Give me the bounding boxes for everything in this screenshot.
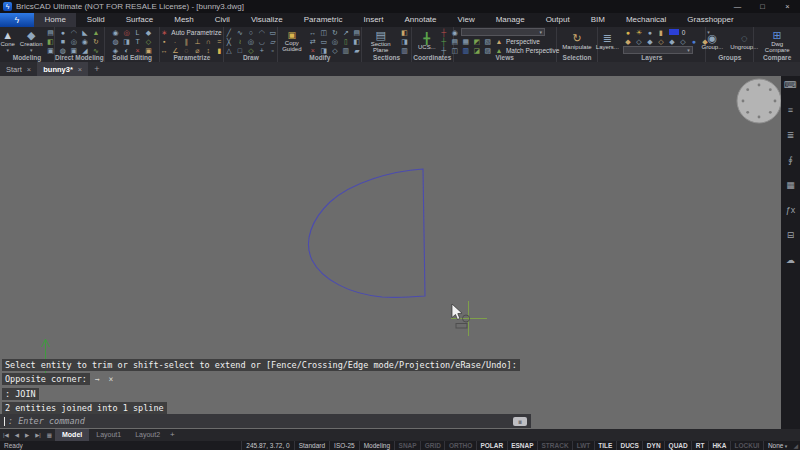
tab-bunny3[interactable]: bunny3*× bbox=[37, 62, 88, 76]
status-toggle[interactable]: RT bbox=[691, 441, 708, 450]
fillet-mod-icon[interactable]: ◧ bbox=[352, 37, 362, 46]
box-icon[interactable]: ■ bbox=[58, 37, 68, 46]
dimension-style[interactable]: ISO-25 bbox=[329, 441, 359, 450]
menu-tab[interactable]: BIM bbox=[580, 13, 615, 27]
status-toggle[interactable]: STRACK bbox=[537, 441, 572, 450]
status-toggle[interactable]: DUCS bbox=[616, 441, 642, 450]
copy-icon[interactable]: ◫ bbox=[319, 28, 329, 37]
view-back-icon[interactable]: ▧ bbox=[483, 37, 493, 46]
next-layout-icon[interactable]: ▶ bbox=[22, 429, 32, 441]
menu-tab[interactable]: Parametric bbox=[293, 13, 353, 27]
layer-state-icon[interactable]: ◆ bbox=[667, 37, 677, 46]
arc3point-icon[interactable]: ◡ bbox=[257, 37, 267, 46]
layer-bulb-icon[interactable]: ● bbox=[623, 28, 633, 37]
view-top-icon[interactable]: ▤ bbox=[450, 37, 460, 46]
union-icon[interactable]: ◉ bbox=[80, 37, 90, 46]
cloud-panel-icon[interactable]: ☁ bbox=[781, 255, 800, 280]
parallel-icon[interactable]: ∥ bbox=[181, 37, 191, 46]
command-line-panel-icon[interactable]: ⌨ bbox=[781, 80, 800, 105]
move-face-icon[interactable]: ◇ bbox=[144, 37, 154, 46]
maximize-button[interactable]: □ bbox=[750, 0, 775, 13]
layer-lock-icon[interactable]: ▮ bbox=[656, 28, 666, 37]
dwg-compare-button[interactable]: ⊞ Dwg Compare bbox=[760, 29, 794, 54]
section-plane-button[interactable]: ▤ Section Plane bbox=[364, 29, 398, 54]
extrude-icon[interactable]: ▲ bbox=[91, 28, 101, 37]
scale-icon[interactable]: ↗ bbox=[341, 28, 351, 37]
xline-icon[interactable]: ╳ bbox=[224, 37, 234, 46]
manipulate-button[interactable]: ↻ Manipulate bbox=[560, 32, 593, 51]
array-icon[interactable]: ▤ bbox=[352, 28, 362, 37]
menu-tab[interactable]: Mechanical bbox=[615, 13, 676, 27]
subtract2-icon[interactable]: ◎ bbox=[122, 28, 132, 37]
parametric-fx-panel-icon[interactable]: ƒx bbox=[781, 205, 800, 230]
new-document-button[interactable]: + bbox=[88, 62, 105, 76]
perspective-button[interactable]: Perspective bbox=[505, 37, 540, 46]
polyline-icon[interactable]: ∿ bbox=[235, 28, 245, 37]
fix-constraint-icon[interactable]: ▪ bbox=[159, 37, 169, 46]
command-input[interactable]: : Enter command ≡ bbox=[0, 414, 531, 428]
offset-icon[interactable]: ◆ bbox=[144, 28, 154, 37]
layer-combo[interactable]: ●☀●▮ 0 bbox=[623, 28, 710, 37]
layers-button[interactable]: ≣ Layers... bbox=[594, 32, 621, 51]
layers-panel-icon[interactable]: ≣ bbox=[781, 130, 800, 155]
layer-state-icon[interactable]: ● bbox=[689, 37, 699, 46]
layer-freeze-icon[interactable]: ● bbox=[645, 28, 655, 37]
subtract-icon[interactable]: ◎ bbox=[69, 37, 79, 46]
coincident-icon[interactable]: ∙ bbox=[170, 37, 180, 46]
workspace-selector[interactable]: Modeling bbox=[359, 441, 394, 450]
menu-tab[interactable]: Home bbox=[34, 13, 76, 27]
offset-mod-icon[interactable]: ◎ bbox=[330, 37, 340, 46]
status-toggle[interactable]: POLAR bbox=[476, 441, 507, 450]
rectangle-icon[interactable]: ▭ bbox=[268, 28, 278, 37]
section-settings-icon[interactable]: ◨ bbox=[400, 37, 410, 46]
rotate-icon[interactable]: ↻ bbox=[91, 37, 101, 46]
menu-tab[interactable]: Output bbox=[535, 13, 580, 27]
last-layout-icon[interactable]: ▶| bbox=[32, 429, 44, 441]
union2-icon[interactable]: ◉ bbox=[111, 28, 121, 37]
application-button[interactable]: ϟ bbox=[0, 13, 34, 27]
group-button[interactable]: ◉ Group... bbox=[699, 32, 725, 51]
move-icon[interactable]: ↔ bbox=[308, 28, 318, 37]
current-style[interactable]: Standard bbox=[294, 441, 329, 450]
close-tab-icon[interactable]: × bbox=[78, 65, 82, 74]
auto-parametrize-button[interactable]: ∗ Auto Parametrize bbox=[159, 28, 224, 37]
layer-state-icon[interactable]: ◇ bbox=[678, 37, 688, 46]
ucs-world-icon[interactable]: ┼ bbox=[439, 28, 449, 37]
new-layout-button[interactable]: + bbox=[167, 429, 178, 441]
view-front-icon[interactable]: ▦ bbox=[461, 37, 471, 46]
menu-tab[interactable]: Grasshopper bbox=[677, 13, 744, 27]
creation-button[interactable]: ◆ Creation bbox=[18, 29, 45, 53]
menu-tab[interactable]: Solid bbox=[76, 13, 115, 27]
mirror-icon[interactable]: ⇄ bbox=[308, 37, 318, 46]
structure-panel-icon[interactable]: ⊟ bbox=[781, 230, 800, 255]
menu-tab[interactable]: Surface bbox=[115, 13, 164, 27]
view-iso-icon[interactable]: ◩ bbox=[472, 37, 482, 46]
status-toggle[interactable]: LWT bbox=[572, 441, 594, 450]
status-toggle[interactable]: SNAP bbox=[394, 441, 420, 450]
push-pull-icon[interactable]: ● bbox=[58, 28, 68, 37]
donut-icon[interactable]: ◎ bbox=[246, 37, 256, 46]
arc-icon[interactable]: ◠ bbox=[257, 28, 267, 37]
chamfer-icon[interactable]: ◣ bbox=[80, 28, 90, 37]
visual-style-icon[interactable]: ◉ bbox=[450, 28, 460, 37]
spline-icon[interactable]: ≀ bbox=[235, 37, 245, 46]
tab-start[interactable]: Start× bbox=[0, 62, 37, 76]
layer-sun-icon[interactable]: ☀ bbox=[634, 28, 644, 37]
status-toggle[interactable]: HKA bbox=[708, 441, 730, 450]
tee-icon[interactable]: T bbox=[133, 37, 143, 46]
parallelogram-icon[interactable]: ▱ bbox=[268, 37, 278, 46]
tab-model[interactable]: Model bbox=[55, 429, 89, 441]
status-toggle[interactable]: ESNAP bbox=[507, 441, 537, 450]
annotation-scale-selector[interactable]: None bbox=[763, 441, 791, 450]
layer-color-swatch[interactable] bbox=[669, 29, 679, 35]
copy-guided-button[interactable]: ▣ Copy Guided bbox=[278, 30, 306, 53]
status-toggle[interactable]: LOCKUI bbox=[730, 441, 763, 450]
layout-list-icon[interactable]: ▦ bbox=[44, 429, 55, 441]
menu-tab[interactable]: Insert bbox=[353, 13, 394, 27]
coordinates-readout[interactable]: 245.87, 3.72, 0 bbox=[241, 441, 293, 450]
status-toggle[interactable]: GRID bbox=[420, 441, 444, 450]
minimize-button[interactable]: — bbox=[725, 0, 750, 13]
fillet-icon[interactable]: ◠ bbox=[69, 28, 79, 37]
menu-tab[interactable]: Mesh bbox=[164, 13, 205, 27]
trim-icon[interactable]: ▯ bbox=[341, 37, 351, 46]
